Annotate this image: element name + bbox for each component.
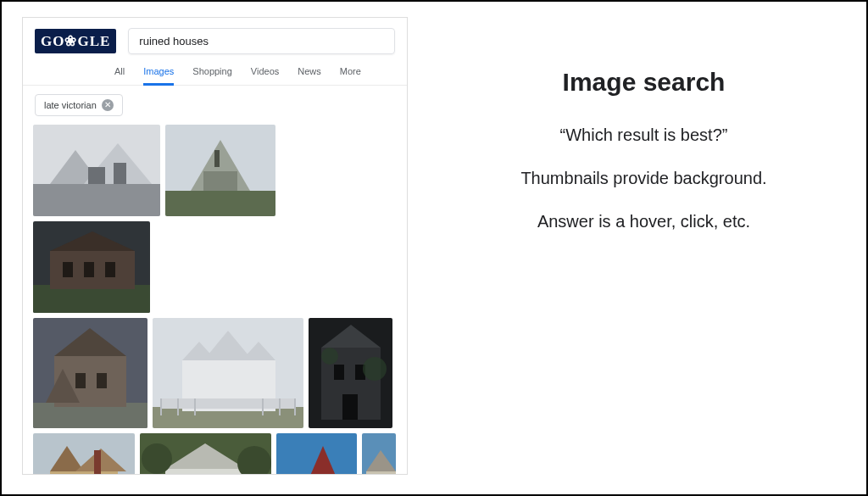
svg-rect-41: [334, 365, 344, 380]
tab-all[interactable]: All: [114, 61, 125, 85]
result-thumbnail[interactable]: [33, 125, 160, 216]
svg-rect-16: [84, 262, 94, 277]
svg-rect-71: [366, 471, 396, 475]
result-thumbnail[interactable]: [33, 318, 147, 428]
svg-rect-1: [33, 184, 160, 216]
search-tabs: All Images Shopping Videos News More: [23, 61, 407, 86]
slide-line-3: Answer is a hover, click, etc.: [467, 212, 821, 231]
svg-rect-9: [203, 171, 237, 191]
chip-label: late victorian: [44, 100, 97, 110]
svg-point-60: [142, 443, 172, 474]
svg-rect-7: [165, 191, 275, 216]
slide: GO❀GLE ruined houses All Images Shopping…: [0, 0, 868, 496]
results-row-3: [23, 433, 407, 475]
tab-images[interactable]: Images: [143, 61, 174, 85]
result-thumbnail[interactable]: [165, 125, 275, 216]
svg-point-44: [321, 348, 338, 365]
svg-rect-15: [63, 262, 73, 277]
svg-point-45: [363, 357, 387, 381]
result-thumbnail[interactable]: [153, 318, 303, 428]
svg-rect-48: [50, 471, 118, 475]
google-logo[interactable]: GO❀GLE: [35, 29, 116, 53]
tab-shopping[interactable]: Shopping: [192, 61, 232, 85]
svg-rect-4: [88, 167, 105, 184]
slide-title: Image search: [467, 68, 821, 97]
svg-rect-56: [165, 469, 246, 475]
slide-line-2: Thumbnails provide background.: [467, 169, 821, 188]
result-thumbnail[interactable]: [276, 433, 357, 475]
slide-line-1: “Which result is best?”: [467, 125, 821, 145]
tab-videos[interactable]: Videos: [251, 61, 279, 85]
svg-rect-51: [94, 450, 101, 475]
results-row-2: [23, 318, 407, 428]
svg-rect-17: [105, 262, 115, 277]
svg-rect-23: [75, 373, 86, 388]
svg-rect-24: [97, 373, 107, 388]
slide-text-panel: Image search “Which result is best?” Thu…: [425, 17, 846, 479]
filter-chip-row: late victorian ✕: [23, 86, 407, 125]
result-thumbnail[interactable]: [309, 318, 392, 428]
search-input[interactable]: ruined houses: [128, 28, 395, 54]
svg-rect-43: [342, 394, 358, 420]
svg-rect-5: [114, 163, 126, 184]
result-thumbnail[interactable]: [33, 433, 135, 475]
tab-more[interactable]: More: [340, 61, 361, 85]
tab-news[interactable]: News: [298, 61, 321, 85]
image-search-screenshot: GO❀GLE ruined houses All Images Shopping…: [22, 17, 408, 475]
result-thumbnail[interactable]: [33, 221, 150, 313]
result-thumbnail[interactable]: [140, 433, 271, 475]
svg-rect-10: [214, 150, 220, 167]
close-icon[interactable]: ✕: [102, 99, 114, 111]
search-header: GO❀GLE ruined houses: [23, 18, 407, 61]
svg-rect-31: [161, 398, 295, 409]
result-thumbnail[interactable]: [362, 433, 396, 475]
filter-chip-late-victorian[interactable]: late victorian ✕: [35, 94, 123, 116]
results-row-1: [23, 125, 407, 313]
